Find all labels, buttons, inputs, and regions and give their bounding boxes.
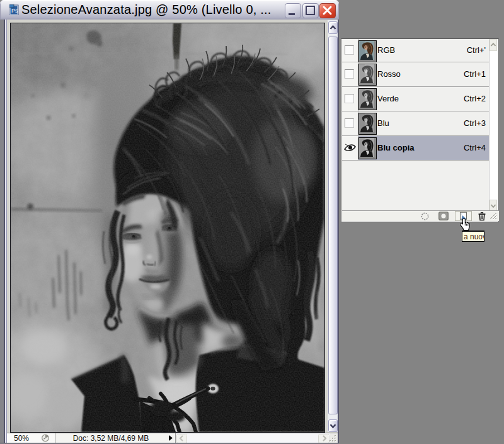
svg-text:Ps: Ps: [11, 8, 18, 14]
